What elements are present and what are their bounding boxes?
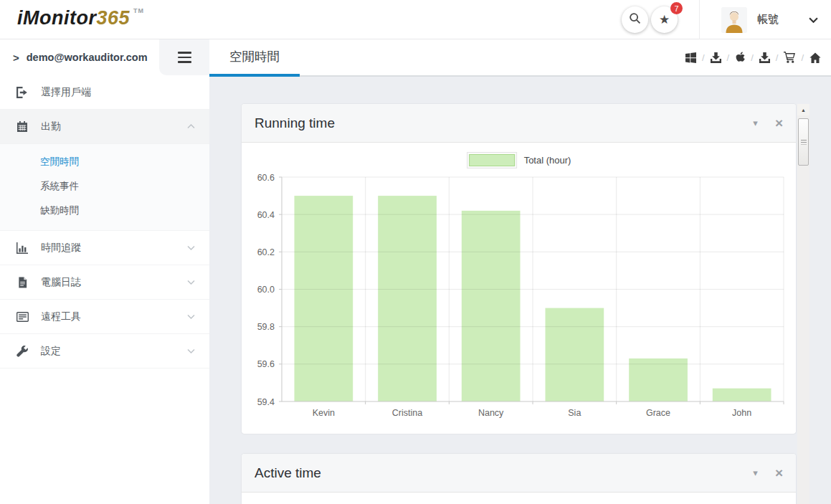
- tab-idle-time[interactable]: 空閒時間: [209, 39, 300, 77]
- download-icon[interactable]: [759, 52, 770, 63]
- content-area: Running time ▾ × Total (hour) 59.459.659…: [209, 75, 831, 504]
- cart-icon[interactable]: [784, 52, 795, 63]
- collapse-icon[interactable]: ▾: [753, 118, 758, 128]
- sidebar-item-label: 設定: [41, 345, 61, 358]
- chevron-down-icon: [187, 245, 195, 250]
- sidebar-item-label: 時間追蹤: [41, 242, 81, 255]
- sidebar-item-label: 選擇用戶端: [41, 86, 91, 99]
- search-button[interactable]: [622, 6, 648, 33]
- sidebar-subitem-idle-time[interactable]: 空閒時間: [0, 150, 209, 174]
- windows-icon[interactable]: [685, 52, 696, 63]
- platform-toolbar: / / / / /: [683, 39, 824, 75]
- svg-text:60.6: 60.6: [257, 173, 275, 183]
- chevron-down-icon: [187, 280, 195, 285]
- toolbar-separator: /: [776, 52, 779, 63]
- panel-controls: ▾ ×: [753, 116, 783, 130]
- sidebar-item-label: 出勤: [41, 120, 61, 133]
- content-header: 空閒時間 / / / / /: [209, 39, 831, 77]
- svg-text:59.4: 59.4: [257, 397, 275, 407]
- svg-text:Nancy: Nancy: [478, 408, 504, 418]
- chevron-up-icon: [187, 124, 195, 129]
- account-email: demo@workauditor.com: [27, 52, 148, 63]
- toolbar-separator: /: [751, 52, 754, 63]
- panel-header: Running time ▾ ×: [242, 104, 796, 143]
- svg-text:60.0: 60.0: [257, 285, 275, 295]
- scrollbar[interactable]: ▲: [797, 104, 809, 504]
- calendar-icon: [14, 121, 30, 133]
- apple-icon[interactable]: [735, 52, 745, 63]
- close-icon[interactable]: ×: [775, 466, 783, 480]
- star-icon: ★: [659, 14, 670, 26]
- svg-text:59.8: 59.8: [257, 322, 275, 332]
- header-divider: [699, 0, 700, 39]
- chevron-down-icon: [187, 348, 195, 353]
- running-time-bar-chart: 59.459.659.860.060.260.460.6KevinCristin…: [242, 143, 796, 433]
- panel-body: [242, 493, 796, 504]
- home-icon[interactable]: [809, 52, 821, 63]
- svg-text:John: John: [732, 408, 751, 418]
- scrollbar-thumb[interactable]: [798, 118, 809, 166]
- svg-text:Sia: Sia: [568, 408, 581, 418]
- page-title: 空閒時間: [229, 48, 280, 65]
- sidebar-subitem-system-events[interactable]: 系統事件: [0, 174, 209, 199]
- svg-text:60.2: 60.2: [257, 247, 275, 257]
- sidebar-toggle-button[interactable]: [159, 39, 209, 75]
- chevron-down-icon[interactable]: [809, 17, 818, 23]
- account-label[interactable]: 帳號: [757, 13, 779, 27]
- panel-running-time: Running time ▾ × Total (hour) 59.459.659…: [242, 104, 796, 434]
- favorites-button[interactable]: ★ 7: [651, 6, 678, 33]
- scroll-up-button[interactable]: ▲: [797, 104, 809, 115]
- svg-text:60.4: 60.4: [257, 210, 275, 220]
- close-icon[interactable]: ×: [775, 116, 783, 130]
- sidebar-item-computer-log[interactable]: 電腦日誌: [0, 265, 209, 300]
- sidebar-item-remote-tools[interactable]: 遠程工具: [0, 300, 209, 334]
- download-icon[interactable]: [711, 52, 721, 63]
- toolbar-separator: /: [702, 52, 705, 63]
- toolbar-separator: /: [801, 52, 804, 63]
- sidebar-subitem-absence-time[interactable]: 缺勤時間: [0, 199, 209, 223]
- search-icon: [629, 12, 641, 27]
- chevron-right-icon: >: [13, 52, 19, 64]
- collapse-icon[interactable]: ▾: [753, 467, 758, 478]
- svg-text:Grace: Grace: [646, 408, 670, 418]
- sidebar-item-settings[interactable]: 設定: [0, 334, 209, 369]
- app-window: iMonitor365TM ★ 7 帳號: [0, 0, 831, 504]
- logo-text-imonitor: iMonitor: [17, 7, 96, 29]
- app-header: iMonitor365TM ★ 7 帳號: [0, 0, 831, 39]
- wrench-icon: [14, 346, 30, 357]
- sidebar: > demo@workauditor.com 選擇用戶端 出勤 空閒時間 系統事…: [0, 39, 209, 504]
- svg-text:Kevin: Kevin: [313, 408, 335, 418]
- svg-text:59.6: 59.6: [257, 359, 275, 369]
- toolbar-separator: /: [727, 52, 730, 63]
- panel-controls: ▾ ×: [753, 466, 783, 480]
- avatar[interactable]: [721, 7, 747, 33]
- header-actions: ★ 7 帳號: [622, 0, 831, 39]
- panel-header: Active time ▾ ×: [242, 454, 796, 493]
- notification-badge: 7: [670, 2, 683, 14]
- svg-text:Cristina: Cristina: [392, 408, 422, 418]
- app-logo[interactable]: iMonitor365TM: [17, 7, 144, 29]
- bar-chart-icon: [14, 242, 30, 254]
- sidebar-item-time-tracking[interactable]: 時間追蹤: [0, 231, 209, 265]
- sidebar-item-select-client[interactable]: 選擇用戶端: [0, 75, 209, 110]
- chart-legend: Total (hour): [467, 152, 571, 168]
- panel-title: Active time: [255, 465, 321, 481]
- sidebar-submenu-attendance: 空閒時間 系統事件 缺勤時間: [0, 144, 209, 231]
- legend-swatch-frame: [467, 152, 517, 168]
- panel-active-time: Active time ▾ ×: [242, 454, 796, 504]
- sidebar-item-label: 電腦日誌: [41, 276, 81, 289]
- document-icon: [14, 277, 30, 288]
- chevron-down-icon: [187, 314, 195, 319]
- sidebar-item-attendance[interactable]: 出勤: [0, 110, 209, 144]
- panel-title: Running time: [255, 115, 335, 131]
- legend-swatch: [469, 154, 515, 166]
- legend-label: Total (hour): [524, 155, 571, 166]
- sign-out-icon: [14, 87, 30, 98]
- sidebar-item-label: 遠程工具: [41, 310, 81, 323]
- panel-body: Total (hour) 59.459.659.860.060.260.460.…: [242, 143, 796, 433]
- logo-text-365: 365: [96, 7, 130, 29]
- logo-trademark: TM: [133, 7, 144, 14]
- list-icon: [14, 312, 30, 322]
